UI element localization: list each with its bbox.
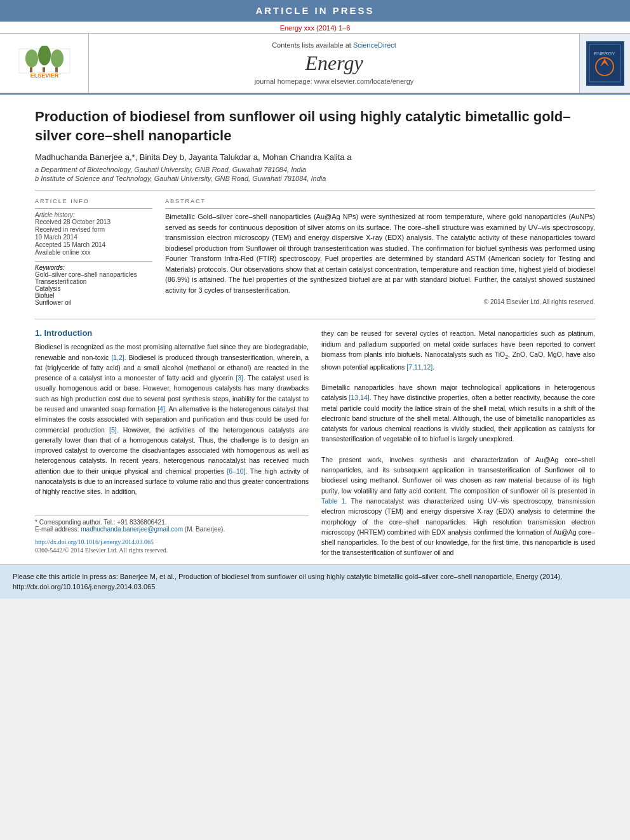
abstract-text: Bimetallic Gold–silver core–shell nanopa… (165, 211, 595, 295)
received1: Received 28 October 2013 (35, 218, 152, 225)
keywords-label: Keywords: (35, 264, 152, 271)
revised-date: 10 March 2014 (35, 234, 152, 241)
keywords-divider (35, 261, 152, 262)
journal-ref-line: Energy xxx (2014) 1–6 (0, 22, 630, 33)
email-label: E-mail address: (35, 526, 79, 533)
article-info-col: ARTICLE INFO Article history: Received 2… (35, 198, 152, 311)
history-group: Article history: Received 28 October 201… (35, 211, 152, 256)
email-note: (M. Banerjee). (185, 526, 225, 533)
abstract-col: ABSTRACT Bimetallic Gold–silver core–she… (165, 198, 595, 311)
doi-line: http://dx.doi.org/10.1016/j.energy.2014.… (35, 535, 309, 547)
journal-header: Energy xxx (2014) 1–6 ELSEVIER (0, 22, 630, 95)
received-revised-label: Received in revised form (35, 226, 152, 233)
keyword-1: Gold–silver core–shell nanoparticles (35, 271, 152, 278)
info-abstract-row: ARTICLE INFO Article history: Received 2… (35, 198, 595, 311)
keyword-5: Sunflower oil (35, 299, 152, 306)
doi-link[interactable]: http://dx.doi.org/10.1016/j.energy.2014.… (35, 538, 154, 545)
footer-note: * Corresponding author. Tel.: +91 833680… (35, 516, 309, 533)
ref-1-2[interactable]: [1,2] (111, 354, 124, 361)
article-in-press-banner: ARTICLE IN PRESS (0, 0, 630, 22)
available-online: Available online xxx (35, 249, 152, 256)
sciencedirect-link[interactable]: ScienceDirect (353, 41, 396, 49)
svg-rect-5 (43, 67, 45, 72)
corresponding-note: * Corresponding author. Tel.: +91 833680… (35, 519, 309, 526)
journal-center: Contents lists available at ScienceDirec… (89, 34, 579, 93)
body-divider (35, 319, 595, 319)
body-right-col: they can be reused for several cycles of… (321, 328, 595, 557)
svg-point-1 (25, 50, 38, 67)
copyright-line: © 2014 Elsevier Ltd. All rights reserved… (165, 298, 595, 305)
article-title: Production of biodiesel from sunflower o… (35, 107, 595, 145)
ref-13-14[interactable]: [13,14] (349, 394, 370, 401)
svg-rect-6 (55, 67, 58, 72)
elsevier-logo-icon: ELSEVIER (13, 46, 76, 81)
email-line: E-mail address: madhuchanda.banerjee@gma… (35, 526, 309, 533)
elsevier-logo-area: ELSEVIER (0, 34, 89, 93)
intro-heading: 1. Introduction (35, 328, 309, 338)
affiliation-a: a Department of Biotechnology, Gauhati U… (35, 166, 595, 173)
keyword-2: Transesterification (35, 278, 152, 285)
intro-para1: Biodiesel is recognized as the most prom… (35, 342, 309, 497)
ref-3[interactable]: [3] (236, 374, 243, 382)
journal-right-logo: ENERGY (579, 34, 630, 93)
journal-name: Energy (305, 51, 363, 75)
keyword-4: Biofuel (35, 292, 152, 299)
journal-main-row: ELSEVIER Contents lists available at Sci… (0, 33, 630, 93)
citation-bar: Please cite this article in press as: Ba… (0, 564, 630, 599)
svg-point-3 (51, 50, 64, 67)
accepted: Accepted 15 March 2014 (35, 241, 152, 248)
svg-text:ENERGY: ENERGY (594, 51, 615, 57)
info-divider (35, 208, 152, 209)
abstract-label: ABSTRACT (165, 198, 595, 204)
abstract-divider (165, 208, 595, 209)
history-label: Article history: (35, 211, 152, 218)
svg-rect-4 (30, 67, 32, 72)
energy-logo-icon: ENERGY (587, 43, 622, 84)
citation-text: Please cite this article in press as: Ba… (13, 573, 562, 591)
keywords-group: Keywords: Gold–silver core–shell nanopar… (35, 264, 152, 306)
authors-line: Madhuchanda Banerjee a,*, Binita Dey b, … (35, 152, 595, 162)
ref-7-11-12[interactable]: [7,11,12] (406, 363, 432, 371)
svg-point-2 (38, 46, 51, 65)
divider (35, 190, 595, 190)
sciencedirect-line: Contents lists available at ScienceDirec… (272, 41, 396, 49)
issn-line: 0360-5442/© 2014 Elsevier Ltd. All right… (35, 547, 309, 554)
journal-homepage-url[interactable]: www.elsevier.com/locate/energy (314, 77, 414, 85)
ref-6-10[interactable]: [6–10] (227, 467, 245, 475)
keyword-3: Catalysis (35, 285, 152, 292)
body-left-col: 1. Introduction Biodiesel is recognized … (35, 328, 309, 557)
svg-rect-8 (587, 43, 622, 84)
ref-5[interactable]: [5] (109, 426, 117, 434)
page: ARTICLE IN PRESS Energy xxx (2014) 1–6 E… (0, 0, 630, 599)
ref-4[interactable]: [4] (158, 405, 165, 413)
energy-logo-box: ENERGY (586, 41, 624, 86)
intro-para2: they can be reused for several cycles of… (321, 328, 595, 557)
journal-homepage-line: journal homepage: www.elsevier.com/locat… (255, 77, 414, 85)
main-content: Production of biodiesel from sunflower o… (0, 95, 630, 564)
affiliation-b: b Institute of Science and Technology, G… (35, 175, 595, 182)
svg-text:ELSEVIER: ELSEVIER (30, 72, 58, 79)
table1-ref[interactable]: Table 1 (321, 497, 345, 505)
email-address[interactable]: madhuchanda.banerjee@gmail.com (81, 526, 183, 533)
article-info-label: ARTICLE INFO (35, 198, 152, 204)
body-columns: 1. Introduction Biodiesel is recognized … (35, 328, 595, 557)
banner-text: ARTICLE IN PRESS (255, 5, 374, 16)
